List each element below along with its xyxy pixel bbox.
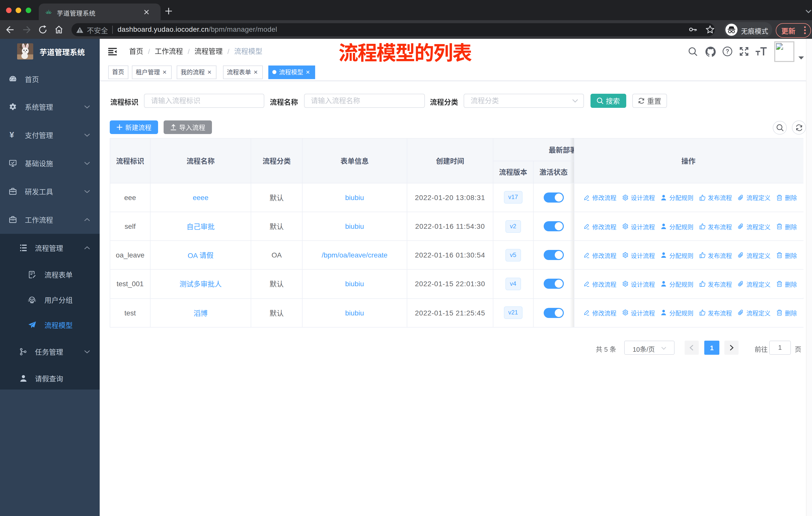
svg-text:?: ? [725,48,729,55]
